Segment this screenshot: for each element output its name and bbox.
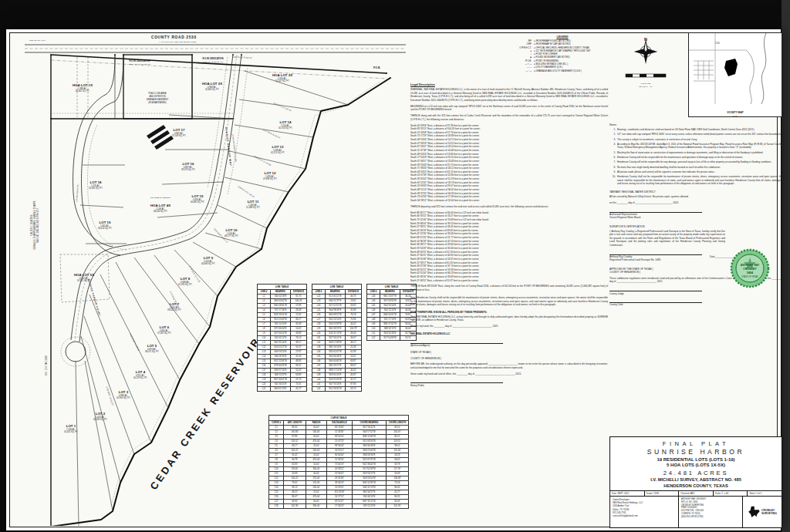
vicinity-site-marker — [724, 59, 738, 76]
note-text: Henderson County will not be responsible… — [617, 160, 771, 163]
legal-paragraph: THENCE along and with the 325 foot conto… — [410, 114, 608, 121]
note-number: 3. — [609, 138, 616, 141]
lot-number: LOT 15 — [191, 194, 204, 199]
legend-text: = DRAINAGE AND UTILITY EASEMENT (D.U.E.) — [534, 70, 621, 72]
right-column: Notes: 1. Bearings, coordinates and dist… — [609, 123, 782, 306]
lot-label: LOT 16 0.897 AC. 39,073 SQ. FT. — [181, 162, 195, 171]
adjoiner-deed-block: CALLED 41.35 ACRESGERALD E. THARPE AND W… — [31, 200, 40, 249]
county-maintenance-note: Note: Henderson County shall not be resp… — [410, 296, 608, 307]
cell: L21 — [258, 386, 271, 391]
lot-square-feet: 45,390 SQ. FT. — [93, 419, 107, 421]
lot-label: LOT 6 0.856 AC. 37,287 SQ. FT. — [157, 325, 171, 335]
vicinity-map-drawing — [689, 33, 780, 104]
lot-label: LOT 11 1.182 AC. 51,488 SQ. FT. — [246, 200, 260, 209]
cul-de-sac — [66, 342, 86, 362]
legend-item: —··— = DRAINAGE AND UTILITY EASEMENT (D.… — [504, 70, 621, 72]
note-item: 7. Henderson County will not be responsi… — [609, 160, 782, 163]
plat-type: FINAL PLAT — [610, 440, 782, 447]
county-road-sublabel: (A 60' R.O.W. BY USE AND OCCUPATION) — [159, 41, 197, 43]
lot-label: LOT 12 1.095 AC. 47,698 SQ. FT. — [263, 171, 277, 180]
legend-symbol: —··— — [504, 70, 532, 72]
lot-square-feet: 44,606 SQ. FT. — [201, 263, 215, 265]
drainage-hatch — [147, 125, 174, 150]
state-line: STATE OF TEXAS ) — [410, 351, 608, 355]
cell: S19°21'05"E — [353, 503, 387, 508]
lot-number: LOT 18 — [89, 180, 103, 185]
thence-call: South 34°28'12" West, a distance of 52.6… — [410, 199, 608, 203]
note-text: Henderson County will not be responsible… — [617, 156, 743, 159]
surveyor-line: (469) 850-CROW (2769) — [681, 516, 740, 519]
residential-lots-line: 19 RESIDENTIAL LOTS (LOTS 1-19) — [610, 457, 782, 462]
cell: L52 — [367, 335, 380, 340]
scale-caption: SCALE: 1" = 60' — [623, 86, 668, 88]
lot-number: HOA LOT 5X — [74, 273, 94, 278]
seal-name-1: ANTHONY RAY — [741, 264, 760, 267]
lot-square-feet: 37,287 SQ. FT. — [157, 332, 171, 335]
legal-closing: THENCE North 89°20'08" East, along the s… — [410, 285, 608, 291]
lot-number: LOT 14 — [279, 120, 292, 125]
lot-square-feet: 48,264 SQ. FT. — [150, 210, 170, 213]
meander-easement-label: MEANDER EASEMENT — [150, 197, 170, 199]
cell: 41.27' — [291, 386, 307, 391]
county-judge-signature: County Judge — [609, 291, 702, 295]
note-text: All private roads (drives and streets) w… — [617, 170, 715, 173]
lot-square-feet: 47,698 SQ. FT. — [263, 178, 277, 180]
agent-signature-line: (Authorized Agent) — [410, 343, 503, 348]
owner-line: sunrise@skylightland.com — [613, 514, 676, 517]
water-district-date-line: on this ________ day of ________________… — [609, 201, 782, 205]
curve-table: CURVE TABLE CURVE # ARC LENGTH RADIUS DE… — [268, 415, 409, 509]
info-cell: Checked: ARC — [679, 491, 714, 496]
info-cell: Sheet: 1 of 1 — [748, 491, 782, 496]
lot-square-feet: 39,422 SQ. FT. — [167, 309, 181, 311]
lot-square-feet: 42,863 SQ. FT. — [202, 89, 222, 91]
cell: C18 — [269, 503, 284, 508]
lot-label: LOT 3 0.986 AC. 42,950 SQ. FT. — [116, 390, 130, 399]
row-dedication-area: (0.239 AC. / 10,414 SQ. FT.) — [129, 62, 151, 65]
line-table-3: LINE TABLE LINE # BEARING DISTANCE L43N6… — [366, 284, 417, 341]
corner-callout: FND 1/2" IRF (C.M.) — [29, 39, 46, 42]
metes-and-bounds-calls: North 88°45'17" West, a distance of 64.4… — [410, 211, 608, 283]
note-number: 2. — [609, 133, 616, 136]
cell: 102.36' — [284, 503, 306, 508]
lot-square-feet: 58,414 SQ. FT. — [98, 227, 112, 230]
lot-number: LOT 17 — [172, 128, 186, 133]
note-item: 8. No more than one single family detach… — [609, 166, 782, 169]
note-number: 4. — [609, 143, 616, 150]
lot-square-feet: 60,461 SQ. FT. — [73, 90, 93, 93]
cell: N69°01'23"E — [271, 386, 291, 391]
water-district-heading: TARRANT REGIONAL WATER DISTRICT — [609, 190, 782, 194]
acreage-line: 24.481 ACRES — [610, 470, 782, 476]
plat-photo: COUNTY ROAD 2530 (A 60' R.O.W. BY USE AN… — [0, 0, 790, 532]
vicinity-road-number: 2530 — [715, 42, 720, 45]
lot-square-feet: 50,704 SQ. FT. — [279, 127, 292, 130]
west-boundary-bearing: S 01°12'44" W 418.60' — [46, 355, 48, 375]
line-table-title: LINE TABLE — [257, 284, 307, 289]
parcel-text-line: (HOA MAINTAINED) — [147, 102, 169, 105]
lot-label: LOT 17 0.862 AC. 37,549 SQ. FT. — [172, 128, 186, 137]
lot-label: LOT 14 1.164 AC. 50,704 SQ. FT. — [279, 120, 292, 130]
photo-right-band — [782, 0, 790, 532]
note-text: No more than one single family detached … — [617, 166, 721, 169]
info-cell: Drawn: CDW — [645, 491, 680, 496]
parcel-dividers — [115, 55, 192, 119]
legend-item: — × — = BUILDING SETBACK LINE (B.L.) — [504, 63, 621, 66]
curve-table-row: C18102.36'330.00'17°46'20"S19°21'05"E101… — [269, 503, 409, 508]
lot-label: LOT 15 0.934 AC. 40,685 SQ. FT. — [191, 194, 204, 204]
county-state-line: HENDERSON COUNTY, TEXAS — [610, 483, 782, 488]
north-arrow-icon: N — [632, 37, 660, 65]
subdivision-name: SUNRISE HARBOR — [610, 448, 782, 456]
note-item: 10. Henderson County shall not be respon… — [609, 175, 782, 185]
row-dedication-label: R.O.W. DEDICATION (0.116 AC. / 5,052 SQ.… — [202, 58, 224, 63]
logo-line-2: SURVEYING — [761, 512, 777, 515]
note-text: Bearings, coordinates and distances cite… — [617, 128, 755, 131]
lot-square-feet: 15,507 SQ. FT. — [272, 80, 292, 82]
notary-paragraph: BEFORE ME, the undersigned authority, on… — [410, 362, 608, 369]
cell: L42 — [312, 386, 326, 391]
lot-number: LOT 12 — [263, 171, 277, 176]
note-number: 5. — [609, 151, 616, 154]
lot-label: LOT 9 1.024 AC. 44,606 SQ. FT. — [201, 256, 215, 265]
line-table-1: LINE TABLE LINE # BEARING DISTANCE L1S44… — [257, 284, 307, 392]
plat-sheet: COUNTY ROAD 2530 (A 60' R.O.W. BY USE AN… — [6, 29, 781, 530]
water-district-note: All lots served by Monarch Utility Distr… — [609, 195, 782, 199]
note-number: 9. — [609, 170, 616, 173]
